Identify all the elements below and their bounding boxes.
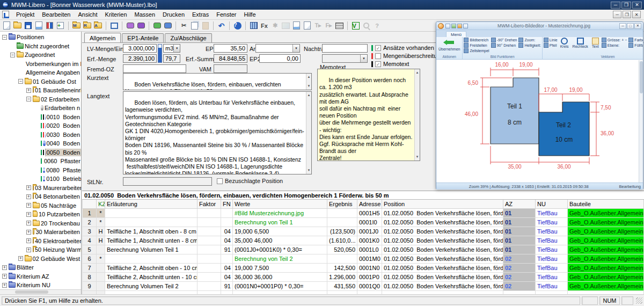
drawing-canvas[interactable]: 16,00 19,00 6,50 46,00 35,00 17,00 19,00… (436, 60, 643, 183)
row-number-cell[interactable]: 4 (83, 236, 97, 245)
memo-green-button[interactable] (152, 21, 162, 30)
expand-icon[interactable]: + (26, 238, 31, 243)
bezuschlagt-checkbox[interactable] (217, 178, 223, 184)
tree-item-50-heizung-warmw[interactable]: +50 Heizung Warmw (0, 245, 81, 254)
quick-access-pencil-icon[interactable] (457, 24, 462, 28)
expand-icon[interactable]: + (26, 221, 31, 225)
kz-cell[interactable]: * (97, 208, 105, 217)
fn-cell[interactable]: 91 (221, 245, 233, 254)
füllfarbe-button[interactable]: Füllfarbe ▾ (628, 43, 643, 48)
bauteile-cell[interactable]: Geb_O.Außenber.Allgemein (568, 236, 644, 245)
memo-purple-2-button[interactable] (136, 21, 145, 30)
mdi-close-button[interactable]: ✕ (632, 11, 641, 18)
freistellen-button[interactable]: Freistellen (464, 43, 489, 48)
statistics-button[interactable] (45, 21, 54, 30)
project-m-button[interactable]: M (72, 21, 81, 30)
langtext-scrollbar[interactable]: ▲▼ (306, 92, 311, 174)
werte-cell[interactable]: 19,000 7,500 (233, 263, 327, 272)
erlaeuterung-cell[interactable] (105, 254, 197, 263)
adresse-cell[interactable]: 0001P0 (357, 272, 382, 281)
pfeil-button[interactable]: Pfeil (544, 43, 558, 48)
faktor-cell[interactable] (197, 217, 221, 227)
collapse-icon[interactable]: − (18, 79, 23, 84)
werte-cell[interactable]: (0001J0+0001K0) * 0,30= (233, 245, 327, 254)
ep1-input[interactable] (214, 44, 247, 53)
bauteile-cell[interactable]: Geb_O.Außenber.Allgemein (568, 227, 644, 236)
memotext-checkbox[interactable]: ✓ (375, 61, 381, 67)
nu-cell[interactable]: TiefBau (536, 254, 568, 263)
werte-cell[interactable]: Berechnung von Teil 2 (233, 254, 327, 263)
column-header-adresse[interactable]: Adresse (357, 200, 382, 208)
minimize-button[interactable]: ─ (611, 2, 620, 9)
column-header-kz[interactable]: KZ (97, 200, 105, 208)
ergebnis-cell[interactable]: 142,500 (327, 263, 357, 272)
collapse-icon[interactable]: − (10, 53, 15, 57)
position-cell[interactable]: 01.02.0050 Boden Verkehrsfläche lösen, f… (382, 227, 503, 236)
column-header-bauteile[interactable]: Bauteile (568, 200, 644, 208)
new-document-button[interactable] (2, 21, 11, 30)
ergebnis-cell[interactable]: (123,500) (327, 227, 357, 236)
table-grid-button[interactable] (335, 21, 344, 30)
kreis-button[interactable]: Kreis (559, 38, 570, 48)
nachtrag-input[interactable] (322, 44, 368, 53)
werte-cell[interactable]: (0001N0+0001P0) * 0,30= (233, 281, 327, 290)
row-number-cell[interactable]: 2 (83, 217, 97, 227)
project-r-button[interactable]: R (83, 21, 92, 30)
menu-ansicht[interactable]: Ansicht (74, 10, 101, 19)
row-number-cell[interactable]: 5 (83, 245, 97, 254)
kz-cell[interactable] (97, 245, 105, 254)
tree-item-vorbemerkungen-im-le[interactable]: Vorbemerkungen im Le (0, 60, 81, 69)
tab-ep1-anteile[interactable]: EP1-Anteile (122, 33, 164, 43)
90-drehen-button[interactable]: -90° Drehen (491, 38, 517, 42)
resize-grip[interactable] (636, 297, 642, 304)
tree-item-allgemeine-angaben[interactable]: Allgemeine Angaben (0, 68, 81, 77)
tree-item-kriterium-nu[interactable]: +Kriterium NU (0, 281, 81, 290)
menu-bearbeiten[interactable]: Bearbeiten (38, 10, 74, 19)
bildeditor-logo-icon[interactable] (438, 23, 444, 29)
tree-item-0040-boden[interactable]: 0040 Boden (0, 139, 81, 148)
faktor-cell[interactable] (197, 281, 221, 290)
tree-item-zugeordnet[interactable]: −Zugeordnet (0, 50, 81, 60)
position-cell[interactable]: 01.02.0050 Boden Verkehrsfläche lösen, f… (382, 236, 503, 245)
lv-menge-input[interactable] (123, 44, 157, 53)
memo-purple-1-button[interactable] (126, 21, 135, 30)
90-drehen-button[interactable]: 90° Drehen (491, 43, 517, 48)
adresse-cell[interactable]: 0001K0 (357, 236, 382, 245)
quick-access-grid-icon[interactable] (445, 24, 450, 28)
werte-cell[interactable]: #Bild Musterzeichnung.jpg (233, 208, 327, 217)
row-number-cell[interactable]: 8 (83, 272, 97, 281)
ansätze-vorhanden-checkbox[interactable]: ✓ (375, 45, 381, 51)
maximize-button[interactable]: ❐ (621, 2, 631, 9)
expand-icon[interactable]: + (26, 194, 31, 199)
bildbereich-button[interactable]: Bildbereich (464, 38, 489, 42)
einheit-select[interactable]: m3▼ (163, 44, 180, 53)
grösse-button[interactable]: Grösse: + − (602, 38, 627, 42)
print-preview-button[interactable] (34, 21, 43, 30)
faktor-cell[interactable] (197, 236, 221, 245)
erlaeuterung-cell[interactable] (105, 208, 197, 217)
fn-cell[interactable]: 04 (221, 227, 233, 236)
adresse-cell[interactable]: 0001L0 (357, 245, 382, 254)
adresse-cell[interactable]: 0001H5 (357, 208, 382, 217)
faktor-cell[interactable] (197, 245, 221, 254)
column-header-faktor[interactable]: Faktor (197, 200, 221, 208)
ebene-button[interactable]: Ebene: (602, 43, 627, 48)
mdi-minimize-button[interactable]: ─ (613, 11, 621, 18)
ergebnis-cell[interactable]: (1.610,0... (327, 236, 357, 245)
tree-horizontal-scrollbar[interactable] (0, 289, 81, 294)
doc-check-button[interactable] (292, 21, 301, 30)
table-row[interactable]: 8Teilfläche 2, Abschnitt unten - 10 cm04… (83, 272, 644, 281)
column-header-fn[interactable]: FN (221, 200, 233, 208)
menu-hilfe[interactable]: Hilfe (240, 10, 260, 19)
expand-icon[interactable]: + (26, 185, 31, 190)
bauteile-cell[interactable]: Geb_O.Außenber.Allgemein (568, 208, 644, 217)
adresse-cell[interactable]: 0001J0 (357, 227, 382, 236)
werte-cell[interactable]: 35,000 46,000 (233, 236, 327, 245)
row-number-cell[interactable]: 6 (83, 254, 97, 263)
fn-cell[interactable] (221, 208, 233, 217)
column-header-ergebnis[interactable]: Ergebnis (327, 200, 357, 208)
copy-button[interactable] (190, 21, 199, 30)
viewer-button[interactable]: V (351, 21, 360, 30)
expand-icon[interactable]: + (2, 283, 7, 288)
tree-item-05-nachträge[interactable]: +05 Nachträge (0, 201, 81, 210)
